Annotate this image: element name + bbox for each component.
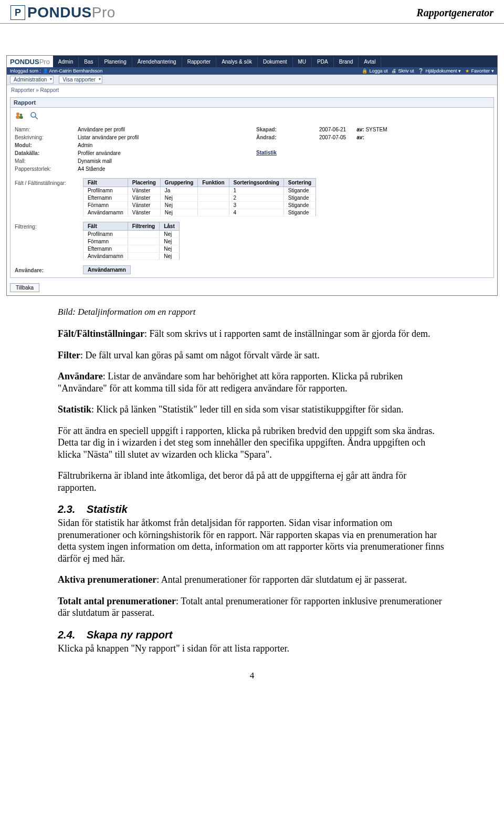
nav-item[interactable]: Ärendehantering — [132, 57, 182, 67]
col-header[interactable]: Gruppering — [160, 179, 197, 187]
nav-item[interactable]: Dokument — [258, 57, 293, 67]
cell: Nej — [160, 209, 197, 216]
col-header[interactable]: Fält — [83, 179, 128, 187]
cell: Nej — [160, 245, 180, 253]
cell: Nej — [160, 238, 180, 245]
cell: Användarnamn — [83, 253, 128, 260]
help-link[interactable]: ❔Hjälpdokument ▾ — [418, 68, 461, 74]
meta-value: A4 Stående — [78, 165, 105, 173]
table-row: EfternamnVänsterNej2Stigande — [83, 194, 316, 202]
cell — [128, 231, 159, 238]
col-header[interactable]: Sortering — [284, 179, 316, 187]
nav-item[interactable]: Bas — [79, 57, 99, 67]
nav-item[interactable]: Analys & sök — [216, 57, 258, 67]
cell: Vänster — [128, 187, 160, 194]
col-header[interactable]: Funktion — [198, 179, 229, 187]
col-header[interactable]: Låst — [160, 222, 180, 231]
col-header[interactable]: Filtrering — [128, 222, 159, 231]
fav-label: Favoriter — [471, 68, 490, 74]
cell: Efternamn — [83, 194, 128, 202]
cell: Förnamn — [83, 238, 128, 245]
lock-icon: 🔒 — [362, 68, 368, 74]
nav-item[interactable]: Planering — [99, 57, 132, 67]
paragraph: Klicka på knappen "Ny rapport" i sidan f… — [58, 643, 446, 655]
app-screenshot: PONDUSPro Admin Bas Planering Ärendehant… — [6, 55, 498, 296]
cell: Efternamn — [83, 245, 128, 253]
cell: Nej — [160, 202, 197, 209]
cell — [198, 194, 229, 202]
col-header[interactable]: Placering — [128, 179, 160, 187]
table-header-row: Användarnamn — [83, 266, 131, 274]
nav-item[interactable]: Rapporter — [182, 57, 216, 67]
meta-value: Listar användare per profil — [78, 133, 139, 141]
falt-section: Fält / Fältinställningar: Fält Placering… — [15, 177, 489, 216]
main-nav: Admin Bas Planering Ärendehantering Rapp… — [53, 57, 382, 67]
cell: Profilnamn — [83, 231, 128, 238]
cell: Nej — [160, 231, 180, 238]
cell: Stigande — [284, 194, 316, 202]
document-body: Bild: Detaljinformation om en rapport Fä… — [0, 301, 504, 697]
paragraph: Fältrubrikerna är ibland inte åtkomliga,… — [58, 470, 446, 493]
term: Filter — [58, 350, 80, 360]
nav-item[interactable]: MU — [293, 57, 312, 67]
paragraph: För att ändra en speciell uppgift i rapp… — [58, 425, 446, 461]
meta-label: Beskrivning: — [15, 133, 78, 141]
term: Aktiva prenumerationer — [58, 574, 156, 585]
logo-text: PONDUSPro — [27, 4, 116, 21]
col-header[interactable]: Användarnamn — [83, 266, 131, 274]
heading-text: Skapa ny rapport — [87, 629, 172, 641]
cell: Användarnamn — [83, 209, 128, 216]
text: : De fält urval kan göras på samt om någ… — [80, 350, 320, 360]
meta-label: Mall: — [15, 157, 78, 165]
panel-body: Namn:Användare per profil Beskrivning:Li… — [10, 108, 494, 277]
cell: Stigande — [284, 202, 316, 209]
cell: 3 — [229, 202, 284, 209]
text: : Antal prenumerationer för rapporten dä… — [156, 574, 407, 585]
doc-title: Rapportgenerator — [416, 7, 494, 19]
login-info: Inloggad som : 👤 Ann-Catrin Bernhardsson — [10, 68, 102, 74]
administration-dropdown[interactable]: Administration — [10, 76, 54, 84]
col-header[interactable]: Sorteringsordning — [229, 179, 284, 187]
col-header[interactable]: Fält — [83, 222, 128, 231]
meta-label: Modul: — [15, 141, 78, 149]
logout-link[interactable]: 🔒Logga ut — [362, 68, 387, 74]
nav-item[interactable]: Brand — [334, 57, 359, 67]
back-button[interactable]: Tillbaka — [10, 283, 39, 292]
brand-main: PONDUS — [10, 58, 39, 66]
help-icon: ❔ — [418, 68, 424, 74]
anvandare-label: Användare: — [15, 267, 78, 273]
favorites-link[interactable]: Favoriter ▾ — [465, 68, 494, 74]
cell: Stigande — [284, 209, 316, 216]
table-header-row: Fält Filtrering Låst — [83, 222, 180, 231]
meta-grid: Namn:Användare per profil Beskrivning:Li… — [15, 126, 489, 173]
logo-main: PONDUS — [27, 4, 92, 20]
nav-item[interactable]: Avtal — [359, 57, 381, 67]
search-icon[interactable] — [29, 111, 39, 120]
paragraph: Statistik: Klick på länken "Statistik" l… — [58, 404, 446, 416]
cell — [198, 209, 229, 216]
anvandare-table: Användarnamn — [83, 265, 131, 274]
visa-rapporter-dropdown[interactable]: Visa rapporter — [59, 76, 102, 84]
table-row: FörnamnNej — [83, 238, 180, 245]
heading-2-3: 2.3.Statistik — [58, 503, 446, 516]
login-user: Ann-Catrin Bernhardsson — [49, 68, 103, 74]
table-row: EfternamnNej — [83, 245, 180, 253]
figure-caption: Bild: Detaljinformation om en rapport — [58, 306, 446, 317]
table-row: ProfilnamnNej — [83, 231, 180, 238]
page-number: 4 — [58, 670, 446, 681]
filter-section: Filtrering: Fält Filtrering Låst Profiln… — [15, 221, 489, 260]
logo: P PONDUSPro — [10, 4, 116, 21]
print-link[interactable]: 🖨Skriv ut — [392, 68, 414, 74]
paragraph: Fält/Fältinställningar: Fält som skrivs … — [58, 328, 446, 340]
paragraph: Användare: Listar de användare som har b… — [58, 370, 446, 394]
meta-value: 2007-07-05 — [319, 133, 346, 141]
login-label: Inloggad som : — [10, 68, 41, 74]
statistik-link[interactable]: Statistik — [256, 150, 277, 156]
meta-value: SYSTEM — [365, 126, 387, 133]
users-icon[interactable] — [15, 111, 24, 120]
text: : Klick på länken "Statistik" leder till… — [91, 404, 404, 415]
nav-item[interactable]: Admin — [53, 57, 79, 67]
paragraph: Sidan för statistik har åtkomst från det… — [58, 517, 446, 564]
table-header-row: Fält Placering Gruppering Funktion Sorte… — [83, 179, 316, 187]
nav-item[interactable]: PDA — [312, 57, 334, 67]
